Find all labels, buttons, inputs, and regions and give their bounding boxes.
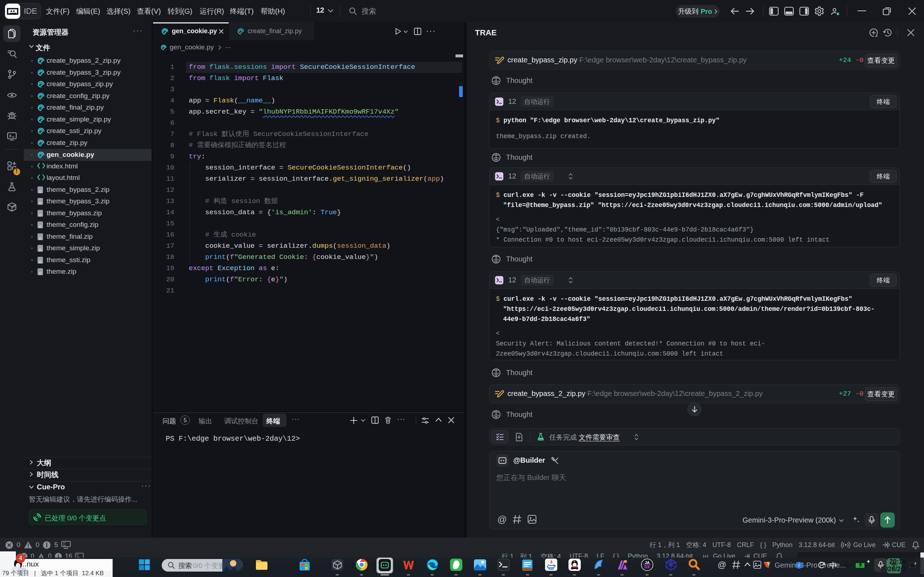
svg-text:JA: JA (645, 561, 650, 565)
svg-text:z: z (914, 561, 916, 565)
svg-text:DX: DX (644, 565, 650, 569)
